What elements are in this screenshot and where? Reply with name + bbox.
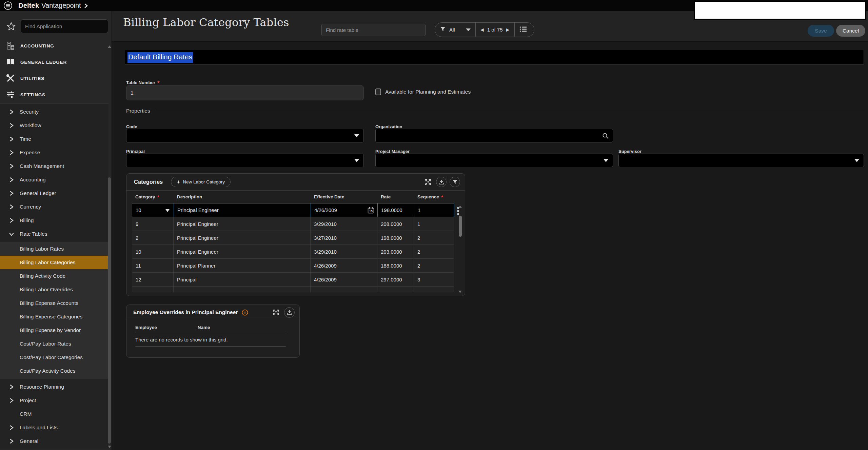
table-row[interactable]: 12 Principal 4/26/2009 15 297.0000 3: [132, 273, 454, 287]
filter-selected-value[interactable]: All: [449, 27, 455, 33]
sidebar-item[interactable]: Currency: [0, 200, 108, 214]
cell-effective-date[interactable]: 3/27/2010 15: [311, 231, 377, 244]
cell-category[interactable]: 11: [132, 259, 174, 272]
list-view-icon[interactable]: [519, 26, 527, 34]
sidebar-item[interactable]: General Ledger: [0, 187, 108, 200]
sidebar-item[interactable]: Billing Expense by Vendor: [0, 324, 108, 337]
cell-rate[interactable]: 203.0000: [377, 245, 414, 258]
scroll-up-arrow-icon[interactable]: [458, 206, 462, 208]
cell-description[interactable]: Principal Engineer: [174, 203, 311, 217]
code-select[interactable]: [126, 129, 364, 142]
sidebar-item[interactable]: Rate Tables: [0, 227, 108, 241]
expand-grid-icon[interactable]: [271, 307, 281, 318]
scroll-down-arrow-icon[interactable]: [458, 291, 462, 293]
table-row[interactable]: 10 Principal Engineer 4/26/2009 15 198.0…: [132, 203, 454, 217]
column-header-description[interactable]: Description: [174, 194, 311, 199]
table-number-input[interactable]: [126, 85, 364, 100]
sidebar-item-settings-section[interactable]: SETTINGS: [0, 86, 108, 103]
cell-effective-date[interactable]: 4/26/2009 15: [311, 259, 377, 272]
cell-description[interactable]: Principal: [174, 273, 311, 286]
grid-scrollbar[interactable]: [458, 205, 462, 294]
sidebar-item[interactable]: Resource Planning: [0, 380, 108, 394]
brand-logo[interactable]: Deltek Vantagepoint: [18, 2, 88, 9]
save-button[interactable]: Save: [808, 25, 834, 37]
column-header-effective-date[interactable]: Effective Date: [311, 194, 377, 199]
export-download-icon[interactable]: [284, 307, 295, 318]
sidebar-item[interactable]: Cash Management: [0, 159, 108, 173]
cell-category[interactable]: 2: [132, 231, 174, 244]
sidebar-item[interactable]: Accounting: [0, 173, 108, 187]
table-row[interactable]: 2 Principal Engineer 3/27/2010 15 198.00…: [132, 231, 454, 245]
sidebar-item[interactable]: Labels and Lists: [0, 421, 108, 434]
sidebar-item[interactable]: Billing Expense Accounts: [0, 296, 108, 310]
cell-description[interactable]: Principal Planner: [174, 259, 311, 272]
column-header-category[interactable]: Category★: [132, 194, 174, 199]
cell-sequence[interactable]: 2: [414, 231, 454, 244]
cell-effective-date[interactable]: 3/29/2010 15: [311, 217, 377, 231]
cell-description[interactable]: Principal Engineer: [174, 245, 311, 258]
next-record-icon[interactable]: ▶: [506, 27, 510, 32]
column-header-employee[interactable]: Employee: [135, 325, 157, 330]
table-row[interactable]: 10 Principal Engineer 3/29/2010 15 203.0…: [132, 245, 454, 259]
info-icon[interactable]: [242, 309, 248, 316]
sidebar-item-general-ledger-section[interactable]: GENERAL LEDGER: [0, 54, 108, 70]
cell-description[interactable]: Principal Engineer: [174, 231, 311, 244]
expand-grid-icon[interactable]: [422, 177, 433, 187]
sidebar-item[interactable]: Billing: [0, 214, 108, 227]
organization-lookup[interactable]: [375, 129, 613, 142]
sidebar-item[interactable]: Billing Labor Categories: [0, 256, 108, 269]
cell-sequence[interactable]: 3: [414, 273, 454, 286]
scrollbar-thumb[interactable]: [108, 177, 111, 444]
new-labor-category-button[interactable]: + New Labor Category: [171, 177, 231, 187]
cell-sequence[interactable]: 1: [414, 217, 454, 231]
cell-effective-date[interactable]: 4/26/2009 15: [311, 273, 377, 286]
scroll-down-arrow-icon[interactable]: [108, 446, 111, 448]
favorites-star-icon[interactable]: [6, 21, 16, 32]
filter-funnel-icon[interactable]: [440, 26, 446, 34]
cell-rate[interactable]: 297.0000: [377, 273, 414, 286]
cell-category[interactable]: 9: [132, 217, 174, 231]
sidebar-item-utilities-section[interactable]: UTILITIES: [0, 70, 108, 86]
column-header-sequence[interactable]: Sequence★: [414, 194, 454, 199]
record-name-input[interactable]: Default Billing Rates: [125, 50, 864, 64]
cell-sequence[interactable]: 2: [414, 245, 454, 258]
sidebar-item[interactable]: Project: [0, 394, 108, 407]
cell-rate[interactable]: 198.0000: [377, 231, 414, 244]
sidebar-item[interactable]: Security: [0, 105, 108, 119]
cancel-button[interactable]: Cancel: [836, 25, 865, 37]
cell-category[interactable]: 12: [132, 273, 174, 286]
find-application-input[interactable]: [21, 19, 108, 33]
project-manager-select[interactable]: [375, 154, 613, 167]
find-rate-table-input[interactable]: [321, 24, 426, 36]
calendar-icon[interactable]: 15: [367, 207, 375, 215]
sidebar-scrollbar[interactable]: [108, 43, 111, 450]
table-row[interactable]: 11 Principal Planner 4/26/2009 15 188.00…: [132, 259, 454, 273]
sidebar-item-accounting-section[interactable]: ACCOUNTING: [0, 41, 108, 54]
export-download-icon[interactable]: [436, 177, 447, 187]
column-header-name[interactable]: Name: [198, 325, 210, 330]
scroll-up-arrow-icon[interactable]: [108, 45, 111, 48]
sidebar-item[interactable]: Cost/Pay Labor Categories: [0, 351, 108, 364]
sidebar-item[interactable]: Billing Expense Categories: [0, 310, 108, 324]
sidebar-item[interactable]: Billing Activity Code: [0, 269, 108, 283]
cell-sequence[interactable]: 2: [414, 259, 454, 272]
cell-rate[interactable]: 208.0000: [377, 217, 414, 231]
sidebar-item[interactable]: Workflow: [0, 119, 108, 132]
sidebar-item[interactable]: General: [0, 434, 108, 448]
sidebar-item[interactable]: Expense: [0, 146, 108, 159]
cell-effective-date[interactable]: 3/29/2010 15: [311, 245, 377, 258]
previous-record-icon[interactable]: ◀: [480, 27, 484, 32]
cell-rate[interactable]: 188.0000: [377, 259, 414, 272]
grid-filter-funnel-icon[interactable]: [450, 177, 460, 187]
sidebar-item[interactable]: Billing Labor Rates: [0, 242, 108, 256]
supervisor-select[interactable]: [618, 154, 864, 167]
sidebar-item[interactable]: Cost/Pay Activity Codes: [0, 364, 108, 378]
filter-dropdown-caret-icon[interactable]: [466, 28, 471, 31]
sidebar-item[interactable]: Cost/Pay Labor Rates: [0, 337, 108, 351]
sidebar-item[interactable]: Time: [0, 132, 108, 146]
cell-effective-date[interactable]: 4/26/2009 15: [311, 203, 378, 217]
cell-sequence[interactable]: 1: [414, 203, 454, 217]
cell-category[interactable]: 10: [132, 203, 174, 217]
sidebar-item[interactable]: Billing Labor Overrides: [0, 283, 108, 296]
principal-select[interactable]: [126, 154, 364, 167]
